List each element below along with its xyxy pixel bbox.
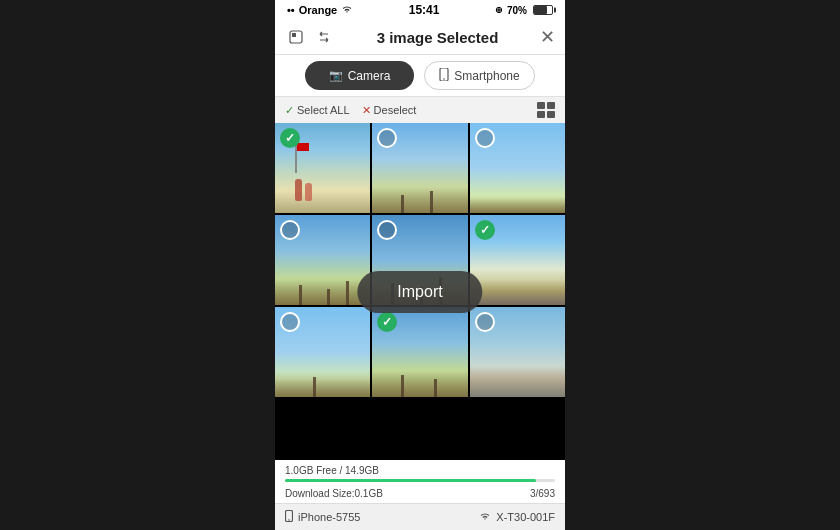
pier-post-4 bbox=[327, 289, 330, 305]
grid-view-icon[interactable] bbox=[537, 102, 555, 118]
pier-line-2 bbox=[372, 188, 467, 213]
right-device-name: X-T30-001F bbox=[496, 511, 555, 523]
status-bar: •• Orange 15:41 ⊕ 70% bbox=[275, 0, 565, 20]
pier-post-2 bbox=[430, 191, 433, 213]
photo-cell-6[interactable]: ✓ bbox=[470, 215, 565, 305]
svg-point-3 bbox=[444, 78, 446, 80]
image-count: 3/693 bbox=[530, 488, 555, 499]
import-button[interactable]: Import bbox=[357, 271, 482, 313]
download-size-text: Download Size:0.1GB bbox=[285, 488, 383, 499]
check-icon: ✓ bbox=[285, 104, 294, 117]
signal-bars: •• bbox=[287, 4, 295, 16]
select-all-button[interactable]: ✓ Select ALL bbox=[285, 104, 350, 117]
device-right: X-T30-001F bbox=[479, 511, 555, 523]
photo-cell-9[interactable] bbox=[470, 307, 565, 397]
storage-fill bbox=[285, 479, 536, 482]
pier-line-4 bbox=[275, 280, 370, 305]
transfer-icon[interactable] bbox=[313, 26, 335, 48]
pier-line-8 bbox=[372, 372, 467, 397]
pier-line-6 bbox=[470, 280, 565, 305]
photo-1-selector[interactable]: ✓ bbox=[280, 128, 300, 148]
grid-cell-1 bbox=[537, 102, 545, 109]
checkmark-8: ✓ bbox=[382, 316, 392, 328]
storage-text: 1.0GB Free / 14.9GB bbox=[285, 465, 555, 476]
photo-cell-8[interactable]: ✓ bbox=[372, 307, 467, 397]
photo-cell-3[interactable] bbox=[470, 123, 565, 213]
phone-device-icon bbox=[285, 510, 293, 524]
photo-9-selector[interactable] bbox=[475, 312, 495, 332]
status-right: ⊕ 70% bbox=[495, 5, 553, 16]
photo-7-selector[interactable] bbox=[280, 312, 300, 332]
device-bar: iPhone-5755 X-T30-001F bbox=[275, 503, 565, 530]
deselect-button[interactable]: ✕ Deselect bbox=[362, 104, 417, 117]
bottom-shade-3 bbox=[470, 198, 565, 213]
location-icon: ⊕ bbox=[495, 5, 503, 15]
pier-line-7 bbox=[275, 372, 370, 397]
pier-post-1 bbox=[401, 195, 404, 213]
pier-post-11 bbox=[434, 379, 437, 397]
svg-rect-1 bbox=[292, 33, 296, 37]
left-device-name: iPhone-5755 bbox=[298, 511, 360, 523]
wifi-icon bbox=[341, 4, 353, 16]
person-1 bbox=[295, 179, 302, 201]
tab-smartphone-label: Smartphone bbox=[454, 69, 519, 83]
back-icon[interactable] bbox=[285, 26, 307, 48]
bottom-section: 1.0GB Free / 14.9GB Download Size:0.1GB … bbox=[275, 460, 565, 503]
bottom-shade-9 bbox=[470, 367, 565, 397]
people-silhouettes bbox=[295, 179, 312, 201]
photo-6-selector[interactable]: ✓ bbox=[475, 220, 495, 240]
grid-cell-3 bbox=[537, 111, 545, 118]
battery-fill bbox=[534, 6, 547, 14]
status-left: •• Orange bbox=[287, 4, 353, 16]
header-icons-group bbox=[285, 26, 335, 48]
battery-icon bbox=[533, 5, 553, 15]
camera-icon: 📷 bbox=[329, 69, 343, 82]
tab-camera-label: Camera bbox=[348, 69, 391, 83]
storage-bar-area: 1.0GB Free / 14.9GB bbox=[275, 460, 565, 485]
pier-post-10 bbox=[401, 375, 404, 397]
checkmark-6: ✓ bbox=[480, 224, 490, 236]
photo-4-selector[interactable] bbox=[280, 220, 300, 240]
photo-3-selector[interactable] bbox=[475, 128, 495, 148]
person-2 bbox=[305, 183, 312, 201]
flag bbox=[297, 143, 309, 151]
tab-bar: 📷 Camera Smartphone bbox=[275, 55, 565, 97]
grid-cell-4 bbox=[547, 111, 555, 118]
import-overlay: Import bbox=[357, 271, 482, 313]
app-header: 3 image Selected ✕ bbox=[275, 20, 565, 55]
device-left: iPhone-5755 bbox=[285, 510, 360, 524]
pier-post-9 bbox=[313, 377, 316, 397]
smartphone-icon bbox=[439, 68, 449, 83]
pier-post-3 bbox=[299, 285, 302, 305]
phone-frame: •• Orange 15:41 ⊕ 70% bbox=[275, 0, 565, 530]
battery-percent: 70% bbox=[507, 5, 527, 16]
status-time: 15:41 bbox=[409, 3, 440, 17]
deselect-label: Deselect bbox=[374, 104, 417, 116]
photo-cell-7[interactable] bbox=[275, 307, 370, 397]
svg-point-5 bbox=[288, 519, 290, 521]
photo-cell-1[interactable]: ✓ bbox=[275, 123, 370, 213]
select-all-label: Select ALL bbox=[297, 104, 350, 116]
photo-grid-wrapper: ✓ bbox=[275, 123, 565, 460]
close-button[interactable]: ✕ bbox=[540, 26, 555, 48]
carrier-name: Orange bbox=[299, 4, 338, 16]
x-icon: ✕ bbox=[362, 104, 371, 117]
download-bar: Download Size:0.1GB 3/693 bbox=[275, 485, 565, 503]
photo-cell-2[interactable] bbox=[372, 123, 467, 213]
wifi-device-icon bbox=[479, 511, 491, 523]
tab-camera[interactable]: 📷 Camera bbox=[305, 61, 414, 90]
storage-progress-bar bbox=[285, 479, 555, 482]
photo-cell-4[interactable] bbox=[275, 215, 370, 305]
tab-smartphone[interactable]: Smartphone bbox=[424, 61, 535, 90]
header-title: 3 image Selected bbox=[335, 29, 540, 46]
toolbar-left: ✓ Select ALL ✕ Deselect bbox=[285, 104, 416, 117]
checkmark-1: ✓ bbox=[285, 132, 295, 144]
pier-post-5 bbox=[346, 281, 349, 305]
grid-cell-2 bbox=[547, 102, 555, 109]
toolbar: ✓ Select ALL ✕ Deselect bbox=[275, 97, 565, 123]
